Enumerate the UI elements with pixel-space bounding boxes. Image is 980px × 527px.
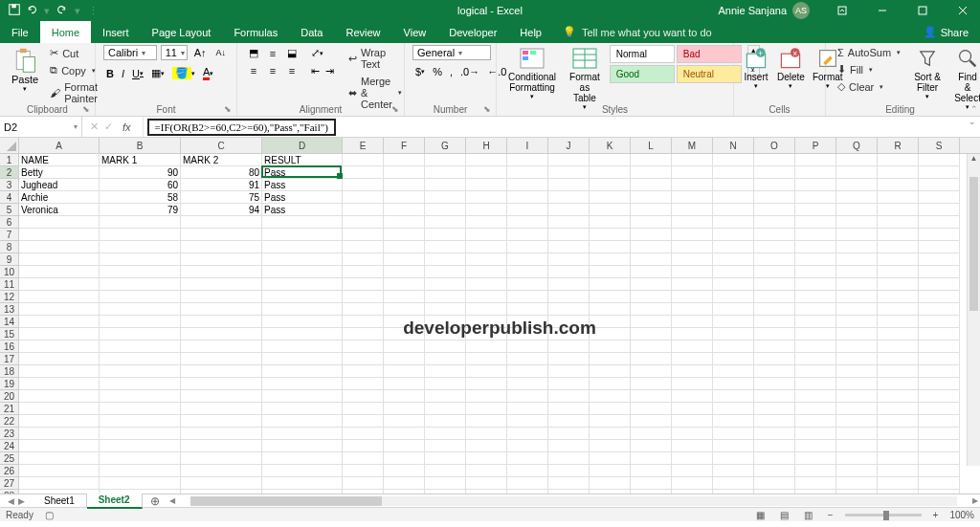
cell-Q27[interactable] bbox=[836, 477, 878, 490]
cell-B12[interactable] bbox=[100, 291, 181, 303]
cell-C17[interactable] bbox=[181, 353, 262, 365]
cell-H1[interactable] bbox=[466, 154, 507, 166]
format-painter-button[interactable]: 🖌Format Painter bbox=[46, 79, 101, 106]
row-header-1[interactable]: 1 bbox=[0, 154, 19, 166]
cell-E14[interactable] bbox=[343, 316, 384, 328]
cell-D11[interactable] bbox=[262, 278, 343, 291]
cell-F3[interactable] bbox=[384, 179, 425, 191]
cell-S17[interactable] bbox=[919, 353, 960, 365]
save-icon[interactable] bbox=[8, 3, 21, 18]
cell-Q19[interactable] bbox=[836, 378, 878, 390]
row-header-2[interactable]: 2 bbox=[0, 166, 19, 179]
cell-D22[interactable] bbox=[262, 415, 343, 428]
cell-J11[interactable] bbox=[548, 278, 590, 291]
tab-data[interactable]: Data bbox=[289, 21, 334, 43]
cell-L11[interactable] bbox=[631, 278, 672, 291]
cell-C5[interactable]: 94 bbox=[181, 204, 262, 216]
cell-Q3[interactable] bbox=[836, 179, 878, 191]
cell-E3[interactable] bbox=[343, 179, 384, 191]
cell-L24[interactable] bbox=[631, 440, 672, 452]
cell-E2[interactable] bbox=[343, 166, 384, 179]
cell-R20[interactable] bbox=[878, 390, 919, 403]
paste-button[interactable]: Paste ▾ bbox=[8, 45, 42, 106]
cell-I9[interactable] bbox=[507, 253, 548, 266]
cell-P18[interactable] bbox=[795, 365, 836, 378]
cell-Q13[interactable] bbox=[836, 303, 878, 316]
cell-L1[interactable] bbox=[631, 154, 672, 166]
cell-A4[interactable]: Archie bbox=[19, 191, 100, 204]
tab-review[interactable]: Review bbox=[334, 21, 391, 43]
cell-L25[interactable] bbox=[631, 452, 672, 465]
cell-E5[interactable] bbox=[343, 204, 384, 216]
cell-D19[interactable] bbox=[262, 378, 343, 390]
cell-O27[interactable] bbox=[754, 477, 795, 490]
cell-R6[interactable] bbox=[878, 216, 919, 229]
cell-D23[interactable] bbox=[262, 428, 343, 440]
cell-A1[interactable]: NAME bbox=[19, 154, 100, 166]
page-break-view-icon[interactable]: ▥ bbox=[800, 510, 816, 520]
find-select-button[interactable]: Find & Select▾ bbox=[950, 45, 980, 113]
cell-B22[interactable] bbox=[100, 415, 181, 428]
decrease-font-icon[interactable]: A↓ bbox=[212, 46, 229, 59]
zoom-slider[interactable] bbox=[845, 514, 922, 516]
col-header-D[interactable]: D bbox=[262, 138, 343, 153]
cell-M20[interactable] bbox=[672, 390, 713, 403]
cell-G8[interactable] bbox=[425, 241, 466, 253]
cell-S2[interactable] bbox=[919, 166, 960, 179]
font-dialog-launcher[interactable]: ⬊ bbox=[224, 104, 234, 114]
cell-H25[interactable] bbox=[466, 452, 507, 465]
cell-R19[interactable] bbox=[878, 378, 919, 390]
cell-P25[interactable] bbox=[795, 452, 836, 465]
cell-J1[interactable] bbox=[548, 154, 590, 166]
cell-G11[interactable] bbox=[425, 278, 466, 291]
cell-P1[interactable] bbox=[795, 154, 836, 166]
col-header-M[interactable]: M bbox=[672, 138, 713, 153]
cell-F2[interactable] bbox=[384, 166, 425, 179]
cell-Q1[interactable] bbox=[836, 154, 878, 166]
formula-input[interactable]: =IF(OR(B2>=60,C2>=60),"Pass","Fail") bbox=[147, 119, 336, 136]
cell-N19[interactable] bbox=[713, 378, 754, 390]
cell-H2[interactable] bbox=[466, 166, 507, 179]
cell-I4[interactable] bbox=[507, 191, 548, 204]
sheet-tab-1[interactable]: Sheet1 bbox=[33, 494, 87, 508]
cell-P10[interactable] bbox=[795, 266, 836, 278]
cell-I7[interactable] bbox=[507, 229, 548, 241]
col-header-I[interactable]: I bbox=[507, 138, 548, 153]
cell-H17[interactable] bbox=[466, 353, 507, 365]
cell-I5[interactable] bbox=[507, 204, 548, 216]
cell-S5[interactable] bbox=[919, 204, 960, 216]
cell-G4[interactable] bbox=[425, 191, 466, 204]
cell-B7[interactable] bbox=[100, 229, 181, 241]
cell-G6[interactable] bbox=[425, 216, 466, 229]
cell-O25[interactable] bbox=[754, 452, 795, 465]
cell-F16[interactable] bbox=[384, 340, 425, 353]
cell-M25[interactable] bbox=[672, 452, 713, 465]
cell-H11[interactable] bbox=[466, 278, 507, 291]
cell-N7[interactable] bbox=[713, 229, 754, 241]
cell-P21[interactable] bbox=[795, 403, 836, 415]
cell-N26[interactable] bbox=[713, 465, 754, 477]
cell-I28[interactable] bbox=[507, 490, 548, 494]
tab-page-layout[interactable]: Page Layout bbox=[141, 21, 223, 43]
cell-A9[interactable] bbox=[19, 253, 100, 266]
increase-indent-icon[interactable]: ⇥ bbox=[323, 63, 337, 79]
cell-K28[interactable] bbox=[590, 490, 631, 494]
cell-S18[interactable] bbox=[919, 365, 960, 378]
cell-S25[interactable] bbox=[919, 452, 960, 465]
cell-B6[interactable] bbox=[100, 216, 181, 229]
cell-A27[interactable] bbox=[19, 477, 100, 490]
cell-L15[interactable] bbox=[631, 328, 672, 340]
cell-K25[interactable] bbox=[590, 452, 631, 465]
cell-F19[interactable] bbox=[384, 378, 425, 390]
col-header-N[interactable]: N bbox=[713, 138, 754, 153]
number-dialog-launcher[interactable]: ⬊ bbox=[483, 104, 493, 114]
cell-F12[interactable] bbox=[384, 291, 425, 303]
cell-J26[interactable] bbox=[548, 465, 590, 477]
cell-J12[interactable] bbox=[548, 291, 590, 303]
cell-L13[interactable] bbox=[631, 303, 672, 316]
cell-C19[interactable] bbox=[181, 378, 262, 390]
accounting-format-icon[interactable]: $▾ bbox=[412, 64, 428, 79]
cell-J27[interactable] bbox=[548, 477, 590, 490]
cell-M12[interactable] bbox=[672, 291, 713, 303]
row-header-25[interactable]: 25 bbox=[0, 452, 19, 465]
